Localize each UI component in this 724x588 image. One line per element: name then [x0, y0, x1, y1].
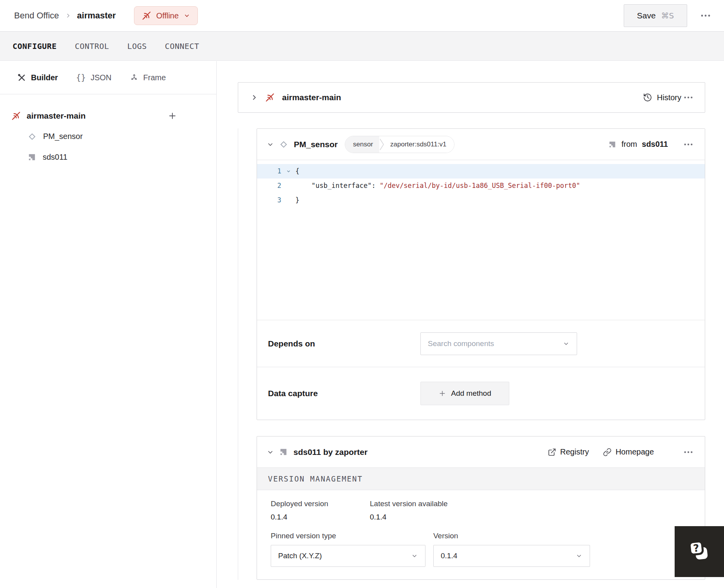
pinned-version-type-value: Patch (X.Y.Z) [278, 552, 322, 560]
status-label: Offline [156, 11, 179, 20]
collapse-chevron-down-icon[interactable] [266, 448, 274, 456]
save-label: Save [637, 11, 656, 20]
breadcrumb-org[interactable]: Bend Office [14, 11, 59, 21]
attributes-json-editor[interactable]: 1 { 2 "usb_interface": "/dev/serial/by-i… [257, 160, 705, 320]
expand-chevron-right-icon[interactable] [250, 93, 259, 102]
pin-selects-row: Patch (X.Y.Z) 0.1.4 [271, 545, 694, 567]
line-number: 2 [257, 179, 281, 193]
code-text: { [295, 164, 299, 179]
version-select[interactable]: 0.1.4 [433, 545, 590, 567]
from-module-link[interactable]: from sds011 [608, 140, 668, 149]
chevron-down-icon [576, 552, 583, 559]
add-part-button[interactable] [168, 111, 177, 121]
question-mark-glyph: ? [693, 542, 700, 554]
latest-version-value: 0.1.4 [370, 513, 386, 521]
fold-spacer [281, 179, 295, 193]
deployed-version-value: 0.1.4 [271, 513, 370, 521]
part-card-airmaster-main: airmaster-main History [238, 82, 705, 113]
tab-control[interactable]: CONTROL [75, 41, 109, 51]
tag-divider-icon [379, 138, 385, 151]
depends-on-label: Depends on [268, 339, 420, 348]
from-module-name: sds011 [642, 140, 668, 149]
deployed-version-label: Deployed version [271, 500, 370, 508]
tab-connect[interactable]: CONNECT [165, 41, 199, 51]
module-icon [27, 153, 36, 162]
tree-item-label: airmaster-main [27, 111, 86, 121]
main-tab-bar: CONFIGURE CONTROL LOGS CONNECT [0, 31, 724, 61]
component-card-header: PM_sensor sensor zaporter:sds011:v1 from… [257, 129, 705, 160]
history-label: History [657, 93, 681, 102]
chevron-right-icon [65, 12, 72, 19]
depends-on-select[interactable]: Search components [420, 332, 577, 355]
registry-link[interactable]: Registry [548, 447, 589, 456]
add-method-button[interactable]: Add method [420, 382, 509, 405]
ellipsis-icon [700, 14, 711, 17]
tools-icon [17, 73, 26, 82]
tab-configure[interactable]: CONFIGURE [13, 41, 57, 51]
data-capture-row: Data capture Add method [257, 367, 705, 420]
part-overflow-menu-button[interactable] [681, 94, 695, 101]
component-card-pm-sensor: PM_sensor sensor zaporter:sds011:v1 from… [257, 128, 705, 420]
module-overflow-menu-button[interactable] [681, 448, 695, 456]
tree-item-sds011[interactable]: sds011 [0, 147, 177, 168]
line-number: 1 [257, 164, 281, 179]
tree-item-airmaster-main[interactable]: airmaster-main [0, 105, 177, 126]
add-method-label: Add method [451, 389, 491, 398]
save-button[interactable]: Save ⌘S [624, 4, 687, 27]
homepage-link[interactable]: Homepage [603, 447, 654, 456]
version-value: 0.1.4 [441, 552, 457, 560]
help-button[interactable]: ? [675, 526, 724, 577]
fold-chevron-icon[interactable] [281, 164, 295, 179]
config-sidebar: Builder {} JSON Frame airmaster-main [0, 61, 217, 588]
version-labels-row: Deployed version Latest version availabl… [271, 500, 694, 508]
history-button[interactable]: History [643, 93, 681, 102]
code-line[interactable]: 3 } [257, 193, 705, 207]
json-string-value: "/dev/serial/by-id/usb-1a86_USB_Serial-i… [380, 182, 580, 189]
component-title: PM_sensor [294, 140, 338, 149]
mode-builder[interactable]: Builder [17, 73, 58, 82]
machine-status-dropdown[interactable]: Offline [134, 6, 198, 25]
wifi-off-icon [265, 92, 275, 103]
from-prefix: from [621, 140, 637, 149]
tree-item-label: sds011 [43, 153, 67, 162]
top-header: Bend Office airmaster Offline Save ⌘S [0, 0, 724, 31]
mode-json-label: JSON [90, 73, 111, 82]
code-text: } [295, 193, 299, 207]
module-card-header: sds011 by zaporter Registry Homepage [257, 436, 705, 468]
code-line[interactable]: 1 { [257, 164, 705, 179]
data-capture-label: Data capture [268, 389, 420, 398]
configure-content: airmaster-main History PM_sens [217, 61, 724, 588]
header-overflow-menu-button[interactable] [698, 12, 713, 20]
code-line[interactable]: 2 "usb_interface": "/dev/serial/by-id/us… [257, 179, 705, 193]
mode-builder-label: Builder [31, 73, 58, 82]
mode-frame-label: Frame [143, 73, 166, 82]
module-title: sds011 by zaporter [293, 447, 367, 457]
version-values-row: 0.1.4 0.1.4 [271, 513, 694, 521]
mode-json[interactable]: {} JSON [76, 73, 112, 82]
pin-labels-row: Pinned version type Version [271, 532, 694, 540]
component-overflow-menu-button[interactable] [681, 141, 695, 148]
latest-version-label: Latest version available [370, 500, 448, 508]
pinned-version-type-select[interactable]: Patch (X.Y.Z) [271, 545, 425, 567]
part-title: airmaster-main [282, 93, 341, 102]
nesting-guide-line [238, 128, 238, 580]
version-label: Version [433, 532, 458, 540]
chevron-down-icon [183, 12, 190, 19]
tree-item-pm-sensor[interactable]: PM_sensor [0, 126, 177, 147]
component-model-tag: zaporter:sds011:v1 [385, 136, 454, 153]
json-key: "usb_interface" [295, 182, 371, 189]
view-mode-switcher: Builder {} JSON Frame [0, 61, 216, 94]
plus-icon [438, 390, 446, 397]
plus-icon [168, 111, 177, 121]
module-card-sds011: sds011 by zaporter Registry Homepage [257, 436, 705, 580]
chevron-down-icon [563, 340, 570, 347]
mode-frame[interactable]: Frame [130, 73, 166, 82]
ellipsis-icon [684, 451, 693, 454]
link-icon [603, 448, 612, 456]
tab-logs[interactable]: LOGS [127, 41, 147, 51]
ellipsis-icon [684, 96, 693, 99]
help-chat-icon: ? [685, 537, 713, 566]
collapse-chevron-down-icon[interactable] [266, 141, 274, 148]
component-diamond-icon [279, 140, 288, 149]
breadcrumb-machine: airmaster [77, 11, 116, 21]
